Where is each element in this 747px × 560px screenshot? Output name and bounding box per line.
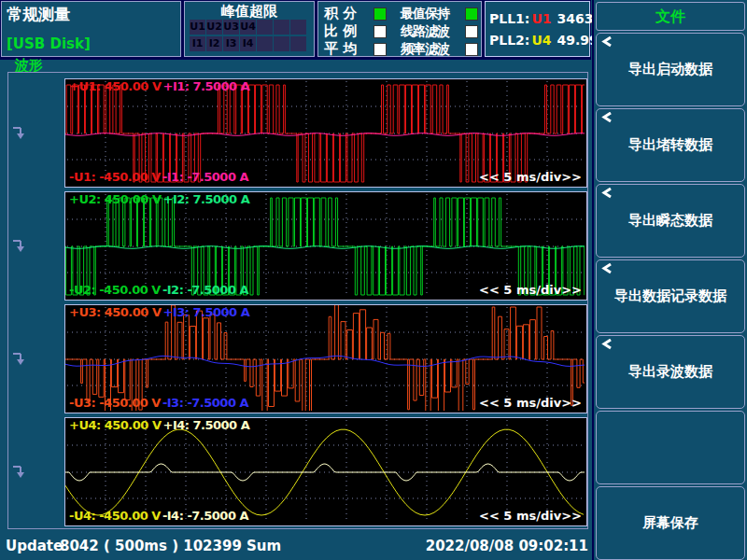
ch2-lower-scale: -U2: -450.00 V-I2: -7.5000 A	[69, 283, 250, 297]
pll1-source: U1	[531, 11, 551, 26]
chevron-left-icon	[601, 112, 613, 123]
timebase-label: << 5 ms/div>>	[479, 170, 582, 184]
menu-buttons: 导出启动数据导出堵转数据导出瞬态数据导出数据记录数据导出录波数据屏幕保存	[596, 33, 745, 560]
voltage-plus-label: +U1: 450.00 V	[69, 79, 161, 93]
voltage-minus-label: -U4: -450.00 V	[69, 509, 161, 523]
peak-row-voltage: U1U2U3U4	[190, 20, 306, 35]
current-plus-label: +I3: 7.5000 A	[162, 305, 249, 319]
chevron-left-icon	[601, 339, 613, 350]
toggle-integrate-label: 积 分	[324, 5, 367, 22]
peak-cell: U4	[240, 20, 256, 35]
menu-button-4[interactable]: 导出数据记录数据	[596, 259, 745, 333]
peak-cell	[274, 36, 289, 51]
ch1-upper-scale: +U1: 450.00 V+I1: 7.5000 A	[69, 79, 251, 93]
toggle-freqfilter-label: 频率滤波	[401, 41, 458, 58]
chevron-left-icon	[601, 188, 613, 199]
ch1-lower-scale: -U1: -450.00 V-I1: -7.5000 A	[69, 170, 250, 184]
peak-cell: I3	[223, 36, 239, 51]
freqfilter-indicator	[465, 43, 478, 56]
menu-button-1[interactable]: 导出启动数据	[596, 33, 745, 106]
peak-row-current: I1I2I3I4	[190, 36, 306, 51]
status-bar: Update 8042 ( 500ms ) 102399 Sum 2022/08…	[0, 530, 591, 560]
timebase-label: << 5 ms/div>>	[479, 283, 582, 297]
ch1-zero-marker-icon	[12, 125, 27, 141]
peak-cell	[274, 20, 289, 35]
usb-disk-status: [USB Disk]	[7, 35, 91, 52]
scaling-indicator	[374, 25, 387, 38]
mode-toggles-section: 积 分 比 例 平 均 最值保持 线路滤波 频率滤波	[317, 1, 482, 57]
mode-title: 常规测量	[7, 4, 70, 25]
menu-button-3[interactable]: 导出瞬态数据	[596, 184, 745, 258]
peak-cell: U3	[223, 20, 239, 35]
menu-button-7[interactable]: 屏幕保存	[596, 486, 745, 560]
menu-button-2[interactable]: 导出堵转数据	[596, 108, 745, 182]
peak-cell: I2	[206, 36, 222, 51]
pll1-label: PLL1:	[489, 11, 529, 26]
voltage-minus-label: -U3: -450.00 V	[69, 396, 161, 410]
voltage-minus-label: -U1: -450.00 V	[69, 170, 161, 184]
waveform-plot-ch1: +U1: 450.00 V+I1: 7.5000 A-U1: -450.00 V…	[64, 78, 587, 188]
current-minus-label: -I2: -7.5000 A	[162, 283, 248, 297]
current-minus-label: -I1: -7.5000 A	[162, 170, 248, 184]
peak-over-limit-section: 峰值超限 U1U2U3U4I1I2I3I4	[184, 1, 315, 57]
measure-mode-section: 常规测量 [USB Disk]	[1, 1, 181, 57]
header-bar: 常规测量 [USB Disk] 峰值超限 U1U2U3U4I1I2I3I4 积 …	[0, 0, 591, 60]
ch4-lower-scale: -U4: -450.00 V-I4: -7.5000 A	[69, 509, 250, 523]
toggle-linefilter-label: 线路滤波	[401, 23, 458, 40]
toggle-scaling-label: 比 例	[324, 22, 367, 40]
ch3-lower-scale: -U3: -450.00 V-I3: -7.5000 A	[69, 396, 250, 410]
menu-button-label: 导出数据记录数据	[614, 287, 726, 305]
peak-cell	[290, 36, 306, 51]
ch4-zero-marker-icon	[12, 464, 27, 480]
peak-over-limit-title: 峰值超限	[185, 3, 314, 21]
menu-button-label: 屏幕保存	[642, 514, 698, 532]
ch4-upper-scale: +U4: 450.00 V+I4: 7.5000 A	[69, 418, 251, 432]
current-plus-label: +I4: 7.5000 A	[162, 418, 249, 432]
peak-cell	[257, 20, 273, 35]
voltage-plus-label: +U3: 450.00 V	[69, 305, 161, 319]
menu-button-label: 导出启动数据	[628, 61, 712, 78]
update-label: Update	[6, 538, 63, 554]
toggle-average-label: 平 均	[324, 40, 367, 58]
analyzer-screen: 常规测量 [USB Disk] 峰值超限 U1U2U3U4I1I2I3I4 积 …	[0, 0, 747, 560]
ch2-zero-marker-icon	[12, 238, 27, 254]
maxhold-indicator	[465, 7, 478, 21]
chevron-left-icon	[601, 263, 613, 274]
peak-indicator-grid: U1U2U3U4I1I2I3I4	[190, 20, 306, 53]
menu-button-label: 导出堵转数据	[628, 136, 712, 154]
menu-button-label: 导出瞬态数据	[628, 212, 712, 230]
timebase-label: << 5 ms/div>>	[479, 509, 582, 523]
peak-cell	[257, 36, 273, 51]
menu-title: 文件	[596, 2, 745, 31]
pll2-label: PLL2:	[489, 33, 529, 48]
waveform-plot-ch4: +U4: 450.00 V+I4: 7.5000 A-U4: -450.00 V…	[64, 417, 587, 526]
toggle-maxhold-label: 最值保持	[401, 6, 458, 22]
average-indicator	[374, 43, 387, 56]
pll-section: PLL1:U13463.0 Hz PLL2:U449.992 Hz	[485, 1, 590, 57]
menu-button-label: 导出录波数据	[628, 363, 712, 381]
chevron-left-icon	[601, 36, 613, 48]
toggle-column-right: 最值保持 线路滤波 频率滤波	[401, 5, 478, 58]
voltage-plus-label: +U2: 450.00 V	[69, 192, 161, 206]
toggle-column-left: 积 分 比 例 平 均	[324, 5, 387, 58]
linefilter-indicator	[465, 25, 478, 38]
current-minus-label: -I3: -7.5000 A	[162, 396, 248, 410]
timebase-label: << 5 ms/div>>	[479, 396, 582, 410]
ch3-zero-marker-icon	[12, 351, 27, 367]
voltage-minus-label: -U2: -450.00 V	[69, 283, 161, 297]
update-counters: 8042 ( 500ms ) 102399 Sum	[60, 538, 281, 554]
menu-button-6[interactable]	[596, 411, 745, 484]
waveform-plot-ch3: +U3: 450.00 V+I3: 7.5000 A-U3: -450.00 V…	[64, 304, 587, 413]
ch3-upper-scale: +U3: 450.00 V+I3: 7.5000 A	[69, 305, 251, 319]
peak-cell: U2	[206, 20, 222, 35]
function-menu-sidebar: 文件 导出启动数据导出堵转数据导出瞬态数据导出数据记录数据导出录波数据屏幕保存	[592, 0, 747, 560]
ch3-current-trace	[65, 356, 585, 367]
current-plus-label: +I2: 7.5000 A	[162, 192, 249, 206]
current-minus-label: -I4: -7.5000 A	[162, 509, 248, 523]
peak-cell: I4	[240, 36, 256, 51]
menu-button-5[interactable]: 导出录波数据	[596, 335, 745, 409]
peak-cell	[290, 20, 306, 35]
pll2-source: U4	[531, 33, 551, 48]
peak-cell: I1	[190, 36, 205, 51]
datetime: 2022/08/08 09:02:11	[426, 538, 588, 554]
